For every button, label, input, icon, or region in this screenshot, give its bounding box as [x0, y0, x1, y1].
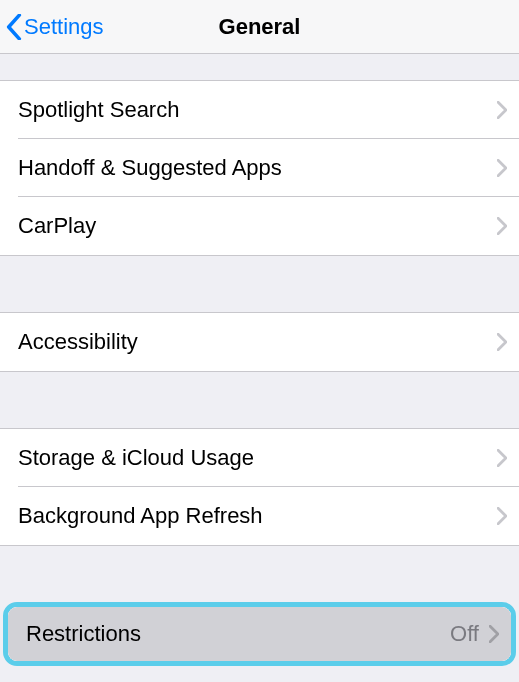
chevron-right-icon	[497, 217, 507, 235]
table-group-3: Storage & iCloud Usage Background App Re…	[0, 428, 519, 546]
cell-label: Storage & iCloud Usage	[18, 445, 497, 471]
chevron-right-icon	[497, 333, 507, 351]
group-spacer	[0, 372, 519, 428]
cell-restrictions[interactable]: Restrictions Off	[8, 607, 511, 661]
group-spacer	[0, 546, 519, 602]
cell-label: Background App Refresh	[18, 503, 497, 529]
chevron-right-icon	[497, 159, 507, 177]
nav-bar: Settings General	[0, 0, 519, 54]
back-button[interactable]: Settings	[0, 14, 104, 40]
table-group-2: Accessibility	[0, 312, 519, 372]
cell-label: Spotlight Search	[18, 97, 497, 123]
chevron-right-icon	[497, 449, 507, 467]
cell-label: Accessibility	[18, 329, 497, 355]
chevron-right-icon	[497, 101, 507, 119]
cell-spotlight-search[interactable]: Spotlight Search	[0, 81, 519, 139]
highlight-annotation: Restrictions Off	[3, 602, 516, 666]
cell-label: Handoff & Suggested Apps	[18, 155, 497, 181]
chevron-right-icon	[497, 507, 507, 525]
chevron-left-icon	[6, 14, 22, 40]
table-group-4: Restrictions Off	[8, 607, 511, 661]
back-label: Settings	[24, 14, 104, 40]
group-spacer	[0, 54, 519, 80]
chevron-right-icon	[489, 625, 499, 643]
cell-label: Restrictions	[26, 621, 450, 647]
cell-accessibility[interactable]: Accessibility	[0, 313, 519, 371]
cell-background-app-refresh[interactable]: Background App Refresh	[0, 487, 519, 545]
cell-handoff-suggested-apps[interactable]: Handoff & Suggested Apps	[0, 139, 519, 197]
cell-carplay[interactable]: CarPlay	[0, 197, 519, 255]
group-spacer	[0, 256, 519, 312]
cell-value: Off	[450, 621, 479, 647]
cell-storage-icloud-usage[interactable]: Storage & iCloud Usage	[0, 429, 519, 487]
cell-label: CarPlay	[18, 213, 497, 239]
table-group-1: Spotlight Search Handoff & Suggested App…	[0, 80, 519, 256]
